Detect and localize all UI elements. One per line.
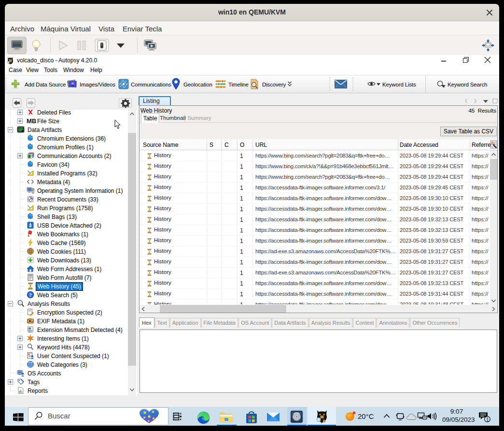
svg-text:?: ? <box>29 292 31 298</box>
svg-text:1: 1 <box>486 417 489 422</box>
svg-text:MB: MB <box>27 117 36 125</box>
